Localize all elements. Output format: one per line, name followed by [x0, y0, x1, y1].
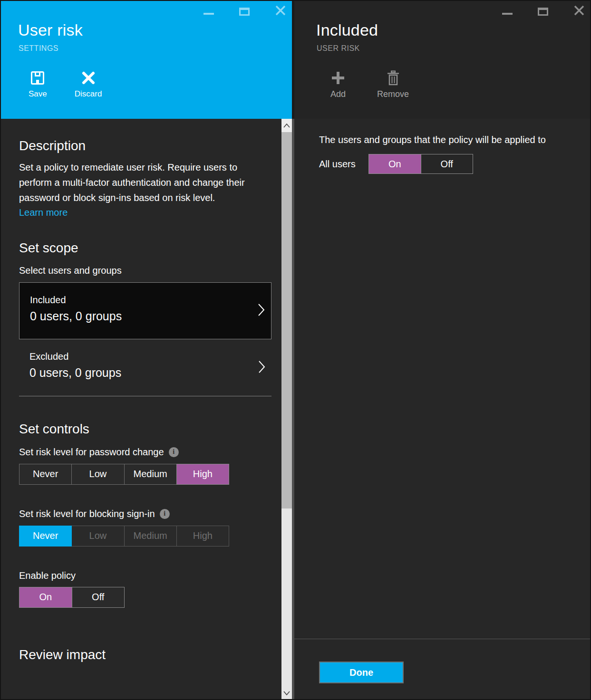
blade-subtitle-user-risk: USER RISK	[317, 44, 360, 53]
enable-policy-toggle: On Off	[19, 587, 125, 608]
discard-label: Discard	[75, 89, 102, 99]
password-risk-option-medium[interactable]: Medium	[124, 464, 177, 485]
blocking-signin-label-row: Set risk level for blocking sign-in i	[19, 508, 271, 519]
password-change-label-row: Set risk level for password change i	[19, 447, 271, 458]
minimize-icon[interactable]	[203, 6, 214, 15]
password-change-label: Set risk level for password change	[19, 447, 164, 458]
signin-risk-option-never[interactable]: Never	[19, 526, 72, 547]
blade-separator	[292, 0, 294, 700]
signin-risk-option-medium[interactable]: Medium	[124, 526, 177, 547]
password-risk-option-never[interactable]: Never	[19, 464, 72, 485]
user-risk-blade-body: Description Set a policy to remediate us…	[0, 119, 294, 700]
close-icon[interactable]	[275, 5, 286, 16]
maximize-icon[interactable]	[538, 6, 548, 16]
review-impact-heading: Review impact	[19, 647, 271, 663]
included-blade-header: Included USER RISK Add	[294, 0, 591, 119]
included-blade: Included USER RISK Add	[294, 0, 591, 700]
included-blade-body: The users and groups that the policy wil…	[294, 119, 591, 639]
add-label: Add	[330, 89, 346, 99]
save-label: Save	[29, 89, 47, 99]
description-text: Set a policy to remediate user risk. Req…	[19, 160, 271, 205]
signin-risk-option-low[interactable]: Low	[71, 526, 124, 547]
blocking-signin-label: Set risk level for blocking sign-in	[19, 508, 155, 519]
right-window-controls	[502, 2, 585, 19]
scrollbar-thumb[interactable]	[281, 132, 292, 508]
all-users-label: All users	[319, 159, 368, 170]
close-icon[interactable]	[573, 5, 585, 16]
add-button[interactable]: Add	[330, 69, 346, 99]
chevron-right-icon	[258, 360, 266, 376]
user-risk-blade-header: User risk SETTINGS Save	[0, 0, 294, 119]
azure-portal-window: User risk SETTINGS Save	[0, 0, 591, 700]
save-icon	[30, 69, 45, 86]
password-risk-segmented-control: Never Low Medium High	[19, 464, 229, 485]
scroll-down-button[interactable]	[281, 687, 292, 699]
included-item-value: 0 users, 0 groups	[30, 309, 271, 323]
user-risk-toolbar: Save Discard	[29, 69, 102, 99]
included-toolbar: Add Remove	[330, 69, 409, 99]
left-window-controls	[203, 2, 286, 19]
done-button[interactable]: Done	[319, 662, 404, 683]
blade-title-user-risk: User risk	[18, 21, 83, 39]
description-heading: Description	[19, 119, 271, 154]
set-scope-heading: Set scope	[19, 240, 271, 256]
all-users-on[interactable]: On	[368, 154, 421, 174]
enable-policy-label: Enable policy	[19, 570, 271, 581]
included-item-label: Included	[30, 295, 271, 306]
blade-title-included: Included	[316, 21, 378, 39]
password-risk-option-high[interactable]: High	[176, 464, 229, 485]
blade-subtitle-settings: SETTINGS	[19, 44, 58, 53]
included-list-item[interactable]: Included 0 users, 0 groups	[19, 282, 271, 339]
discard-icon	[81, 69, 96, 86]
password-risk-option-low[interactable]: Low	[71, 464, 124, 485]
enable-policy-on[interactable]: On	[19, 587, 72, 608]
included-blade-footer: Done	[294, 639, 591, 700]
minimize-icon[interactable]	[502, 6, 513, 15]
user-risk-blade: User risk SETTINGS Save	[0, 0, 294, 700]
enable-policy-off[interactable]: Off	[72, 587, 125, 608]
learn-more-link[interactable]: Learn more	[19, 207, 68, 218]
remove-button[interactable]: Remove	[377, 69, 409, 99]
select-users-groups-label: Select users and groups	[19, 265, 271, 276]
remove-label: Remove	[377, 89, 409, 99]
scroll-up-button[interactable]	[281, 119, 292, 132]
signin-risk-segmented-control: Never Low Medium High	[19, 526, 229, 547]
add-icon	[330, 69, 346, 86]
left-blade-scrollbar[interactable]	[281, 119, 292, 700]
info-icon[interactable]: i	[160, 509, 170, 519]
discard-button[interactable]: Discard	[75, 69, 102, 99]
scope-list: Included 0 users, 0 groups Excluded 0 us…	[19, 282, 271, 396]
policy-apply-description: The users and groups that the policy wil…	[319, 132, 547, 147]
all-users-row: All users On Off	[319, 154, 572, 174]
info-icon[interactable]: i	[169, 447, 179, 457]
all-users-off[interactable]: Off	[421, 154, 474, 174]
remove-trash-icon	[387, 69, 400, 86]
all-users-toggle: On Off	[368, 154, 473, 174]
chevron-right-icon	[258, 303, 265, 319]
save-button[interactable]: Save	[29, 69, 47, 99]
excluded-list-item[interactable]: Excluded 0 users, 0 groups	[19, 339, 271, 396]
excluded-item-value: 0 users, 0 groups	[29, 366, 271, 380]
set-controls-heading: Set controls	[19, 421, 271, 437]
signin-risk-option-high[interactable]: High	[176, 526, 229, 547]
excluded-item-label: Excluded	[29, 351, 271, 362]
maximize-icon[interactable]	[239, 6, 250, 16]
